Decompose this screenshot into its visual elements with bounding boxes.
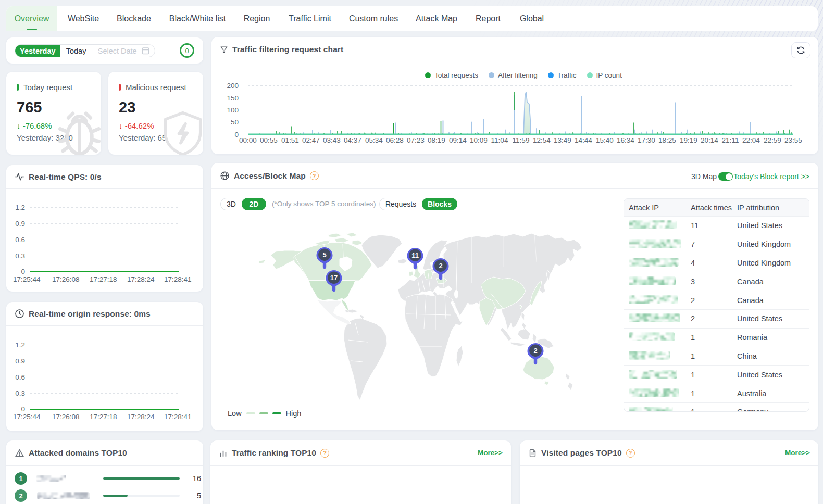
svg-text:17: 17 <box>330 274 338 282</box>
svg-text:2: 2 <box>439 262 442 270</box>
svg-text:2: 2 <box>533 347 537 355</box>
svg-text:11: 11 <box>412 251 419 259</box>
svg-text:5: 5 <box>322 251 326 259</box>
